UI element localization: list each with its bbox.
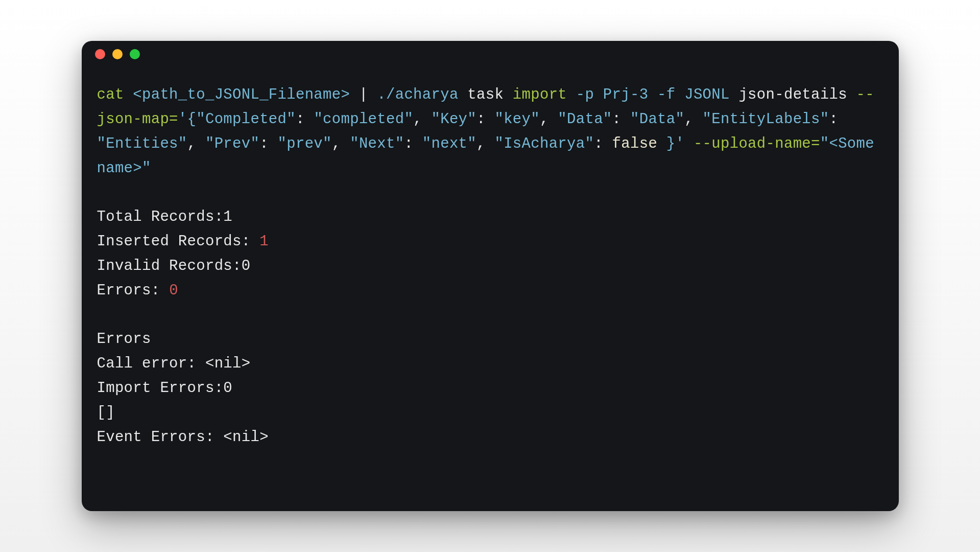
output-invalid-records: Invalid Records:0 [97,254,883,279]
cmd-kv-prev-k: "Prev" [205,135,259,152]
import-errors-value: 0 [223,380,232,397]
terminal-window: cat <path_to_JSONL_Filename> | ./acharya… [82,41,899,511]
cmd-json-close: }' [657,135,694,152]
cmd-kv-next-k: "Next" [350,135,404,152]
cmd-colon7: : [594,135,612,152]
output-import-errors: Import Errors:0 [97,376,883,401]
import-errors-label: Import Errors: [97,380,224,397]
event-errors-value: <nil> [223,429,269,446]
cmd-comma1: , [413,111,431,128]
cmd-kv-completed-k: "Completed" [196,111,296,128]
output-total-records: Total Records:1 [97,205,883,229]
call-error-label: Call error: [97,355,205,372]
cmd-kv-key-v: "key" [494,111,540,128]
cmd-json-details: json-details [738,86,856,103]
cmd-pipe: | [350,86,377,103]
cmd-task: task [459,86,513,103]
cmd-colon6: : [404,135,422,152]
total-records-label: Total Records: [97,209,224,225]
cmd-comma5: , [332,135,350,152]
cmd-kv-completed-v: "completed" [314,111,413,128]
empty-array: [] [97,401,883,425]
output-event-errors: Event Errors: <nil> [97,425,883,450]
errors-value: 0 [169,282,178,299]
cmd-flag-f: -f [648,86,675,103]
cmd-path: <path_to_JSONL_Filename> [133,86,350,103]
cmd-comma4: , [187,135,205,152]
output-inserted-records: Inserted Records: 1 [97,229,883,254]
cmd-import: import [513,86,567,103]
cmd-kv-prev-v: "prev" [278,135,332,152]
cmd-format: JSONL [676,86,730,103]
cmd-space [124,86,133,103]
cmd-colon5: : [259,135,277,152]
spacer [97,303,883,328]
cmd-flag-p: -p [567,86,594,103]
cmd-executable: ./acharya [377,86,458,103]
cmd-kv-next-v: "next" [422,135,476,152]
cmd-comma2: , [540,111,558,128]
cmd-upload-name-flag: --upload-name= [694,135,820,152]
cmd-json-open: '{ [178,111,196,128]
cmd-comma3: , [684,111,702,128]
cmd-kv-isacharya-v: false [612,135,658,152]
cmd-colon1: : [296,111,314,128]
spacer [97,180,883,205]
event-errors-label: Event Errors: [97,429,224,446]
command-line: cat <path_to_JSONL_Filename> | ./acharya… [97,83,883,180]
title-bar [82,41,899,67]
errors-label: Errors: [97,282,170,299]
cmd-kv-data-v: "Data" [630,111,684,128]
cmd-kv-entity-v: "Entities" [97,135,187,152]
cmd-cat: cat [97,86,124,103]
cmd-kv-key-k: "Key" [432,111,477,128]
cmd-comma6: , [476,135,494,152]
output-call-error: Call error: <nil> [97,352,883,376]
output-errors: Errors: 0 [97,279,883,303]
invalid-records-value: 0 [242,258,251,274]
cmd-kv-data-k: "Data" [558,111,612,128]
invalid-records-label: Invalid Records: [97,258,242,274]
minimize-icon[interactable] [112,49,123,59]
cmd-kv-isacharya-k: "IsAcharya" [494,135,594,152]
terminal-content[interactable]: cat <path_to_JSONL_Filename> | ./acharya… [82,67,899,465]
cmd-colon2: : [476,111,494,128]
cmd-project: Prj-3 [594,86,648,103]
cmd-colon4: : [829,111,847,128]
errors-header: Errors [97,327,883,352]
close-icon[interactable] [95,49,105,59]
total-records-value: 1 [223,209,232,225]
cmd-kv-entity-k: "EntityLabels" [703,111,829,128]
cmd-colon3: : [612,111,630,128]
call-error-value: <nil> [205,355,251,372]
maximize-icon[interactable] [130,49,140,59]
cmd-newline [730,86,739,103]
inserted-records-value: 1 [259,233,269,250]
inserted-records-label: Inserted Records: [97,233,260,250]
